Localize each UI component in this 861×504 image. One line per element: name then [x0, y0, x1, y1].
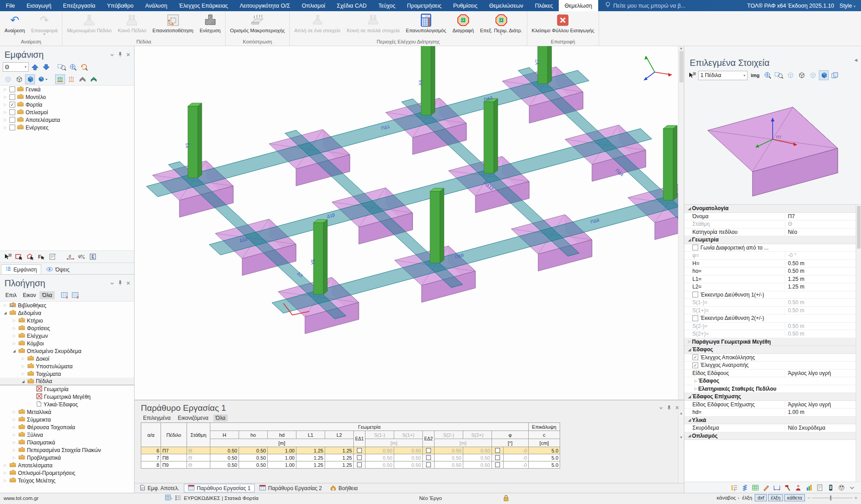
work-window-2-icon[interactable]: 2	[71, 290, 81, 300]
collapse-icon[interactable]	[659, 405, 663, 411]
property-row[interactable]: ΣτάθμηΘ	[684, 220, 861, 228]
expand-open-icon[interactable]: ◢	[687, 434, 692, 438]
ribbon-button[interactable]: Επεξ. Περιμ. Διάτρ.˅	[477, 12, 526, 39]
ribbon-button[interactable]: Επανατοποθέτηση	[149, 12, 196, 39]
property-checkbox[interactable]	[692, 292, 698, 297]
expand-collapsed-icon[interactable]: ▷	[12, 418, 17, 422]
property-row[interactable]: ✓Έλεγχος Αποκόλλησης	[684, 354, 861, 362]
property-group-header[interactable]: ◢Υλικά	[684, 417, 861, 425]
nav-tree-item[interactable]: ▷Πεπερασμένα Στοιχεία Πλακών	[0, 446, 134, 454]
bottom-tab[interactable]: Παράθυρο Εργασίας 2	[256, 484, 326, 492]
menu-item[interactable]: Λειτουργικότητα Ο/Σ	[234, 0, 296, 11]
expand-collapsed-icon[interactable]: ▷	[3, 478, 8, 482]
display-tree-item[interactable]: ▷Γενικά	[0, 86, 134, 93]
expand-collapsed-icon[interactable]: ▷	[3, 95, 8, 99]
display-tree-item[interactable]: ▷Οπλισμοί	[0, 108, 134, 116]
show-solid-color-button[interactable]	[89, 74, 99, 84]
visibility-checkbox[interactable]	[9, 109, 15, 115]
select-add-icon[interactable]	[687, 70, 697, 80]
phi-checkbox[interactable]	[492, 461, 504, 469]
nav-tree-item[interactable]: ▷Κόμβοι	[0, 340, 134, 347]
nav-filter-tab[interactable]: Όλα	[39, 291, 55, 299]
pin-icon[interactable]	[667, 405, 671, 412]
expand-collapsed-icon[interactable]: ▷	[12, 319, 17, 323]
expand-collapsed-icon[interactable]: ▷	[12, 326, 17, 330]
property-row[interactable]: Κατηγορία πεδίλουΝέο	[684, 228, 861, 237]
render-hiddenline-button[interactable]	[14, 74, 24, 84]
select-add-button[interactable]	[3, 252, 13, 262]
zoom-window-button[interactable]	[57, 62, 67, 72]
dimension-icon[interactable]	[773, 483, 781, 492]
expand-collapsed-icon[interactable]: ▷	[12, 433, 17, 437]
expand-collapsed-icon[interactable]: ▷	[687, 340, 692, 344]
collapse-icon[interactable]	[110, 280, 114, 287]
zoom-extents-button[interactable]	[763, 70, 773, 80]
ribbon-button[interactable]: Κλείσιμο Φύλλου Εισαγωγής	[529, 12, 598, 39]
copy-properties-button[interactable]	[830, 70, 840, 80]
expand-open-icon[interactable]: ◢	[21, 379, 26, 383]
property-group-header[interactable]: ◢Οπλισμός	[684, 432, 861, 440]
layers-icon[interactable]: 1	[730, 483, 738, 492]
property-row[interactable]: H=0.50 m	[684, 260, 861, 268]
preview-shaded-button[interactable]	[819, 70, 829, 80]
property-row[interactable]: Γωνία Διαφορετική από το ...	[684, 244, 861, 252]
expand-collapsed-icon[interactable]: ▷	[12, 334, 17, 338]
tab-themeliosi-active[interactable]: Θεμελίωση	[559, 0, 598, 11]
property-row[interactable]: ✓Έλεγχος Ανατροπής	[684, 362, 861, 370]
nav-tree-item[interactable]: ◢Οπλισμένο Σκυρόδεμα	[0, 347, 134, 355]
expand-collapsed-icon[interactable]: ▷	[12, 448, 17, 452]
bottom-tab[interactable]: Παράθυρο Εργασίας 1	[184, 484, 255, 492]
nav-tree-item[interactable]: ▷Προβληματικά	[0, 454, 134, 461]
ed2-checkbox[interactable]	[423, 447, 435, 454]
active-codes-label[interactable]: ΕΥΡΩΚΩΔΙΚΕΣ | Στατικά Φορτία	[184, 495, 258, 501]
grid-toggle[interactable]: κάναβος ˅	[717, 495, 739, 500]
table-row[interactable]: 6Π7Θ0.500.501.001.251.250.500.500.500.50…	[141, 447, 560, 454]
status-toggle[interactable]: κάθετα	[784, 494, 804, 501]
chart-icon[interactable]	[805, 483, 813, 492]
menu-item[interactable]: Τεύχος	[373, 0, 401, 11]
property-row[interactable]: Έκκεντρο Διεύθυνση 1(+/-)	[684, 291, 861, 299]
property-group-header[interactable]: ▷Ελατηριακές Σταθερές Πεδίλου	[684, 385, 861, 393]
rebar-grid-icon[interactable]	[751, 483, 760, 492]
expand-open-icon[interactable]: ◢	[687, 395, 692, 399]
close-icon[interactable]	[126, 52, 130, 58]
person-icon[interactable]	[794, 483, 803, 492]
property-checkbox[interactable]	[692, 315, 698, 321]
nav-tree-item[interactable]: ◢Δεδομένα	[0, 309, 134, 317]
property-row[interactable]: Είδος ΕδάφουςΆργιλος λίγο υγρή	[684, 370, 861, 378]
pin-icon[interactable]	[118, 280, 122, 287]
property-row[interactable]: S(1+)=0.50 m	[684, 307, 861, 315]
viewport-scrollbar[interactable]: ▲	[678, 46, 684, 400]
ed2-checkbox[interactable]	[423, 461, 435, 469]
phi-checkbox[interactable]	[492, 447, 504, 454]
nav-tree-item[interactable]: ▷Φέρουσα Τοιχοποιία	[0, 423, 134, 431]
ribbon-button[interactable]: ↶Αναίρεση˅	[1, 12, 28, 39]
expand-collapsed-icon[interactable]: ▷	[21, 364, 26, 368]
panel-tab-display[interactable]: Εμφάνιση	[1, 264, 41, 274]
collapse-icon[interactable]	[110, 52, 114, 58]
close-icon[interactable]	[126, 280, 130, 287]
menu-item[interactable]: Ρυθμίσεις	[447, 0, 483, 11]
status-toggle[interactable]: dxf	[755, 494, 767, 501]
property-row[interactable]: S(2-)=0.50 m	[684, 323, 861, 331]
work-window-1-icon[interactable]: 1	[60, 290, 70, 300]
elements-info-button[interactable]: E	[88, 252, 98, 262]
nav-tree-item[interactable]: ▷Τοιχώματα	[0, 370, 134, 378]
property-row[interactable]: ho=0.50 m	[684, 267, 861, 276]
property-group-header[interactable]: ▷Παράγωγα Γεωμετρικά Μεγέθη	[684, 338, 861, 346]
nav-tree-item[interactable]: ▷Μεταλλικά	[0, 408, 134, 416]
menu-item[interactable]: Επεξεργασία	[57, 0, 101, 11]
nav-filter-tab[interactable]: Εικον	[20, 291, 39, 299]
expand-collapsed-icon[interactable]: ▷	[693, 379, 698, 383]
nav-filter-tab[interactable]: Επιλ	[3, 291, 19, 299]
phi-checkbox[interactable]	[492, 454, 504, 461]
nav-tree-item[interactable]: ▷Κτήριο	[0, 317, 134, 324]
nav-tree-item[interactable]: Γεωμετρία	[0, 385, 134, 393]
property-group-header[interactable]: ◢Γεωμετρία	[684, 236, 861, 244]
expand-open-icon[interactable]: ◢	[687, 207, 692, 211]
menu-item[interactable]: Οπλισμοί	[296, 0, 331, 11]
render-wireframe-button[interactable]	[3, 74, 13, 84]
property-row[interactable]: S(1-)=0.50 m	[684, 299, 861, 307]
website-link[interactable]: www.tol.com.gr	[4, 495, 39, 501]
ed1-checkbox[interactable]	[354, 454, 365, 461]
